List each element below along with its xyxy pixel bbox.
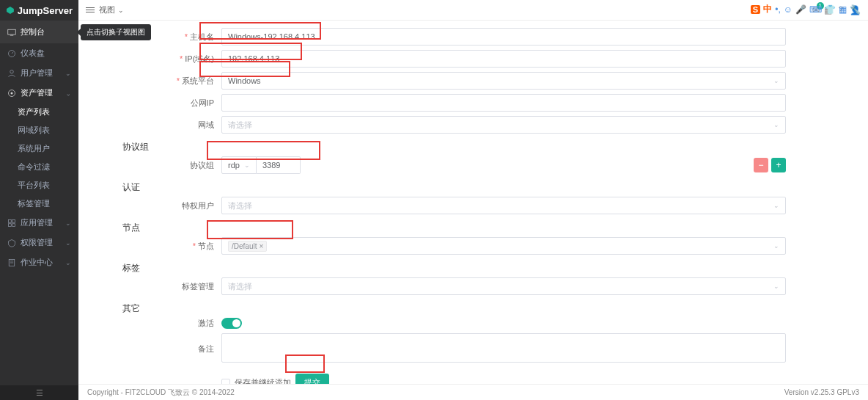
nav-apps[interactable]: 应用管理 ⌄ <box>0 213 78 233</box>
svg-marker-0 <box>7 7 14 14</box>
ime-keyboard-icon[interactable]: ⌨ <box>809 4 822 15</box>
nav-perms[interactable]: 权限管理 ⌄ <box>0 233 78 252</box>
ime-mic-icon[interactable]: 🎤 <box>795 4 806 15</box>
remark-label: 备注 <box>93 343 221 354</box>
close-icon[interactable]: × <box>259 242 263 250</box>
section-label: 标签 <box>122 262 853 274</box>
logo-icon <box>6 4 15 16</box>
menu-icon <box>86 7 95 12</box>
platform-select[interactable]: Windows⌄ <box>221 72 786 90</box>
protocol-label: 协议组 <box>93 160 221 171</box>
svg-point-7 <box>11 92 13 94</box>
sidebar-item-platform-list[interactable]: 平台列表 <box>18 176 78 194</box>
label-mgmt-label: 标签管理 <box>93 281 221 292</box>
sidebar-item-asset-list[interactable]: 资产列表 <box>18 103 78 121</box>
add-protocol-button[interactable]: + <box>771 158 786 172</box>
svg-rect-9 <box>12 219 15 222</box>
svg-point-5 <box>10 70 14 73</box>
ime-skin-icon[interactable]: 👕 <box>825 4 836 15</box>
nav-console[interactable]: 控制台 <box>0 21 78 43</box>
ime-smiley-icon[interactable]: ☺ <box>784 4 792 15</box>
save-continue-checkbox[interactable] <box>221 379 230 385</box>
chevron-up-icon: ⌃ <box>65 90 71 97</box>
hostname-input[interactable] <box>221 28 786 46</box>
nav-apps-label: 应用管理 <box>21 217 53 228</box>
collapse-icon: ☰ <box>36 388 43 398</box>
sidebar-item-cmd-filter[interactable]: 命令过滤 <box>18 158 78 176</box>
chevron-down-icon: ⌄ <box>65 70 71 77</box>
submit-button[interactable]: 提交 <box>295 374 329 384</box>
nav-users-label: 用户管理 <box>21 68 53 79</box>
svg-rect-11 <box>12 223 15 226</box>
section-node: 节点 <box>122 222 853 234</box>
remark-textarea[interactable] <box>221 333 786 363</box>
section-protocol: 协议组 <box>122 141 853 153</box>
main: 视图 ⌄ ✉1 ▦ ？ 👤 *主机名 *IP(域名) *系 <box>78 0 868 400</box>
chevron-down-icon: ⌄ <box>773 283 779 290</box>
sidebar: JumpServer 控制台 仪表盘 用户管理 ⌄ 资产管理 ⌃ 资产 <box>0 0 78 400</box>
label-select[interactable]: 请选择⌄ <box>221 277 786 295</box>
users-icon <box>7 69 16 78</box>
node-label: *节点 <box>93 241 221 252</box>
chevron-down-icon: ⌄ <box>65 259 71 266</box>
sidebar-item-domain-list[interactable]: 网域列表 <box>18 121 78 139</box>
ime-lang-button[interactable]: 中 <box>763 3 772 15</box>
svg-rect-2 <box>10 34 14 35</box>
sidebar-item-label-mgmt[interactable]: 标签管理 <box>18 194 78 213</box>
chevron-down-icon: ⌄ <box>65 219 71 227</box>
topbar: 视图 ⌄ ✉1 ▦ ？ 👤 <box>78 0 868 21</box>
ime-toolbar: S 中 •, ☺ 🎤 ⌨ 👕 ▦ 🔧 <box>751 3 861 15</box>
form-content: *主机名 *IP(域名) *系统平台 Windows⌄ 公网IP 网域 请选择⌄ <box>78 21 868 384</box>
ime-grid-icon[interactable]: ▦ <box>839 4 847 15</box>
nav-console-label: 控制台 <box>21 26 45 37</box>
privileged-label: 特权用户 <box>93 200 221 211</box>
ip-label: *IP(域名) <box>93 54 221 65</box>
view-switcher[interactable]: 视图 ⌄ <box>86 4 124 15</box>
protocol-name-select[interactable]: rdp⌄ <box>221 156 257 174</box>
apps-icon <box>7 219 16 228</box>
chevron-down-icon: ⌄ <box>773 77 779 84</box>
privileged-select[interactable]: 请选择⌄ <box>221 197 786 214</box>
node-select[interactable]: /Default×⌄ <box>221 237 786 255</box>
section-auth: 认证 <box>122 181 853 194</box>
assets-icon <box>7 89 16 98</box>
save-continue-label: 保存并继续添加 <box>235 377 291 384</box>
version: Version v2.25.3 GPLv3 <box>784 388 859 396</box>
nav: 控制台 仪表盘 用户管理 ⌄ 资产管理 ⌃ 资产列表 网域列表 系统用户 命令过… <box>0 21 78 385</box>
platform-label: *系统平台 <box>93 76 221 87</box>
logo: JumpServer <box>0 0 78 21</box>
nav-assets[interactable]: 资产管理 ⌃ <box>0 83 78 103</box>
nav-assets-label: 资产管理 <box>21 87 53 98</box>
section-other: 其它 <box>122 302 853 315</box>
public-ip-input[interactable] <box>221 94 786 112</box>
ime-tool-icon[interactable]: 🔧 <box>850 4 861 15</box>
public-ip-label: 公网IP <box>93 98 221 109</box>
nav-perms-label: 权限管理 <box>21 237 53 248</box>
active-label: 激活 <box>93 318 221 329</box>
chevron-down-icon: ⌄ <box>773 202 779 209</box>
svg-rect-8 <box>9 219 12 222</box>
nav-dashboard[interactable]: 仪表盘 <box>0 43 78 63</box>
ime-punct-icon[interactable]: •, <box>775 4 781 15</box>
node-tag: /Default× <box>228 241 267 252</box>
footer: Copyright - FIT2CLOUD 飞致云 © 2014-2022 Ve… <box>78 384 868 400</box>
protocol-port-input[interactable] <box>257 156 301 174</box>
dashboard-icon <box>7 49 16 58</box>
chevron-down-icon: ⌄ <box>244 161 250 169</box>
domain-select[interactable]: 请选择⌄ <box>221 116 786 134</box>
nav-jobs[interactable]: 作业中心 ⌄ <box>0 252 78 272</box>
domain-label: 网域 <box>93 120 221 131</box>
nav-jobs-label: 作业中心 <box>21 257 53 268</box>
active-toggle[interactable] <box>221 318 242 329</box>
tooltip: 点击切换子视图图 <box>81 24 151 40</box>
nav-dashboard-label: 仪表盘 <box>21 48 45 59</box>
app-name: JumpServer <box>18 5 73 16</box>
copyright: Copyright - FIT2CLOUD 飞致云 © 2014-2022 <box>87 388 235 398</box>
remove-protocol-button[interactable]: − <box>754 158 768 172</box>
sidebar-collapse-toggle[interactable]: ☰ <box>0 385 78 400</box>
sidebar-item-system-users[interactable]: 系统用户 <box>18 139 78 158</box>
ime-logo-icon[interactable]: S <box>751 5 760 14</box>
view-label: 视图 <box>99 4 115 15</box>
ip-input[interactable] <box>221 50 786 68</box>
nav-users[interactable]: 用户管理 ⌄ <box>0 63 78 83</box>
